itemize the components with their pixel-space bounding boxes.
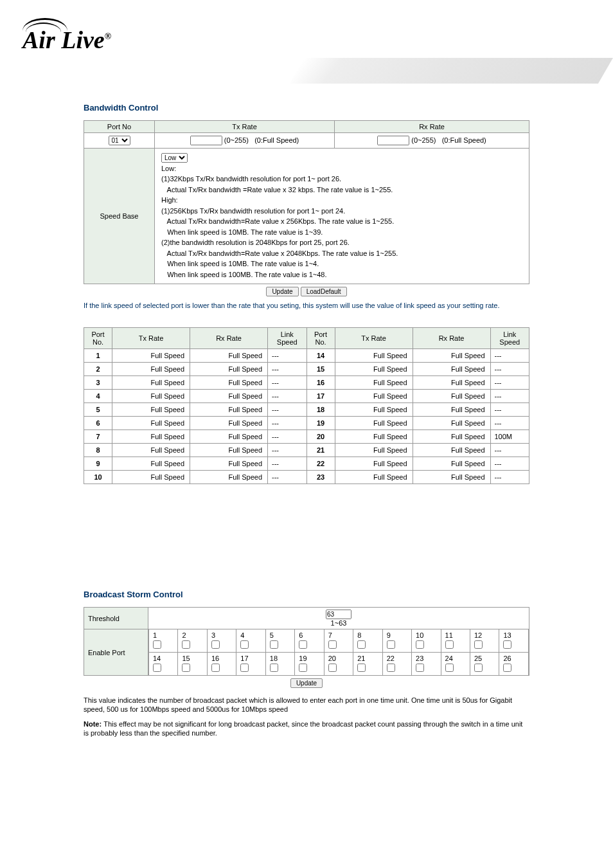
sb-h7: When link speed is 100MB. The rate value… <box>167 271 326 278</box>
port-tx: Full Speed <box>335 417 413 430</box>
port-tx: Full Speed <box>112 417 190 430</box>
port-tx: Full Speed <box>112 430 190 444</box>
broadcast-storm-table: Threshold 1~63 Enable Port 1234567891011… <box>84 607 529 691</box>
port-link: --- <box>268 390 307 403</box>
port-no: 22 <box>306 457 335 471</box>
storm-port-checkbox[interactable] <box>240 640 249 649</box>
ph-no-r: Port No. <box>306 328 335 349</box>
port-link: --- <box>268 444 307 457</box>
storm-port-cell: 19 <box>295 653 324 675</box>
storm-port-checkbox[interactable] <box>182 664 190 672</box>
load-default-button[interactable]: LoadDefault <box>301 287 347 296</box>
storm-port-cell: 1 <box>149 629 178 652</box>
port-tx: Full Speed <box>112 349 190 363</box>
port-rx: Full Speed <box>190 430 268 444</box>
port-no: 1 <box>84 349 112 363</box>
threshold-label: Threshold <box>84 608 148 629</box>
rx-rate-range: (0~255) <box>411 136 436 144</box>
port-link: --- <box>268 457 307 471</box>
port-no: 6 <box>84 417 112 430</box>
port-link: --- <box>490 457 529 471</box>
port-tx: Full Speed <box>335 376 413 390</box>
col-port-no: Port No <box>84 121 155 133</box>
sb-h4: (2)the bandwidth resolution is 2048Kbps … <box>161 239 350 246</box>
update-button[interactable]: Update <box>266 287 298 296</box>
storm-port-cell: 14 <box>149 653 178 675</box>
storm-port-checkbox[interactable] <box>387 640 395 649</box>
port-rx: Full Speed <box>190 471 268 484</box>
storm-port-checkbox[interactable] <box>357 664 366 672</box>
port-rx: Full Speed <box>413 390 490 403</box>
ph-tx-l: Tx Rate <box>112 328 190 349</box>
port-link: --- <box>268 471 307 484</box>
storm-port-checkbox[interactable] <box>328 664 337 672</box>
port-rx: Full Speed <box>413 403 490 417</box>
storm-port-checkbox[interactable] <box>445 664 454 672</box>
port-no: 19 <box>306 417 335 430</box>
tx-rate-input[interactable] <box>190 136 222 145</box>
port-rx: Full Speed <box>190 417 268 430</box>
storm-port-checkbox[interactable] <box>416 664 424 672</box>
col-tx-rate: Tx Rate <box>155 121 335 133</box>
storm-port-checkbox[interactable] <box>211 664 220 672</box>
storm-note1: This value indicates the number of broad… <box>84 696 529 714</box>
port-no: 5 <box>84 403 112 417</box>
storm-port-checkbox[interactable] <box>182 640 190 649</box>
port-link: --- <box>490 471 529 484</box>
port-tx: Full Speed <box>335 349 413 363</box>
port-tx: Full Speed <box>335 390 413 403</box>
port-tx: Full Speed <box>335 444 413 457</box>
storm-port-checkbox[interactable] <box>503 640 511 649</box>
storm-port-checkbox[interactable] <box>416 640 424 649</box>
sb-h1: (1)256Kbps Tx/Rx bandwidth resolution fo… <box>161 207 345 215</box>
port-link: --- <box>490 349 529 363</box>
port-link: --- <box>490 403 529 417</box>
port-no: 9 <box>84 457 112 471</box>
header-stripe <box>290 58 613 84</box>
threshold-range: 1~63 <box>331 619 347 627</box>
port-tx: Full Speed <box>112 444 190 457</box>
threshold-input[interactable] <box>326 610 351 619</box>
storm-port-checkbox[interactable] <box>387 664 395 672</box>
port-tx: Full Speed <box>112 403 190 417</box>
port-no: 17 <box>306 390 335 403</box>
port-rx: Full Speed <box>413 376 490 390</box>
storm-port-checkbox[interactable] <box>299 640 307 649</box>
ph-rx-l: Rx Rate <box>190 328 268 349</box>
speed-base-label: Speed Base <box>84 149 155 284</box>
bandwidth-note: If the link speed of selected port is lo… <box>84 302 529 309</box>
storm-port-checkbox[interactable] <box>153 664 161 672</box>
storm-port-checkbox[interactable] <box>240 664 249 672</box>
port-link: --- <box>268 363 307 376</box>
storm-port-checkbox[interactable] <box>328 640 337 649</box>
port-tx: Full Speed <box>335 403 413 417</box>
storm-port-checkbox[interactable] <box>270 664 278 672</box>
sb-h3: When link speed is 10MB. The rate value … <box>167 228 323 236</box>
port-no: 4 <box>84 390 112 403</box>
ph-link-r: Link Speed <box>490 328 529 349</box>
port-no: 10 <box>84 471 112 484</box>
port-rx: Full Speed <box>190 349 268 363</box>
storm-port-cell: 18 <box>265 653 294 675</box>
port-link: --- <box>490 390 529 403</box>
storm-port-checkbox[interactable] <box>299 664 307 672</box>
storm-port-checkbox[interactable] <box>474 664 483 672</box>
storm-port-checkbox[interactable] <box>153 640 161 649</box>
storm-update-button[interactable]: Update <box>290 678 323 688</box>
storm-port-checkbox[interactable] <box>357 640 366 649</box>
port-link: --- <box>268 430 307 444</box>
port-select[interactable]: 01 <box>109 136 130 145</box>
port-no: 7 <box>84 430 112 444</box>
storm-port-checkbox[interactable] <box>270 640 278 649</box>
storm-port-checkbox[interactable] <box>211 640 220 649</box>
storm-port-checkbox[interactable] <box>503 664 511 672</box>
storm-port-cell: 22 <box>382 653 411 675</box>
port-link: --- <box>268 349 307 363</box>
speed-base-select[interactable]: Low <box>161 153 188 163</box>
rx-rate-input[interactable] <box>377 136 409 145</box>
storm-port-checkbox[interactable] <box>445 640 454 649</box>
storm-port-cell: 21 <box>353 653 382 675</box>
storm-port-checkbox[interactable] <box>474 640 483 649</box>
port-no: 15 <box>306 363 335 376</box>
port-link: --- <box>268 417 307 430</box>
